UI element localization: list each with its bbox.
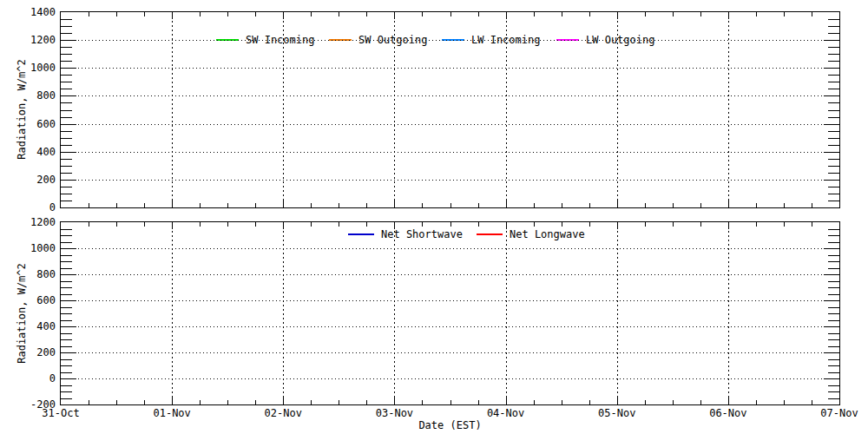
- x-tick-top: [478, 222, 479, 227]
- x-tick-bottom: [812, 400, 812, 404]
- h-gridline: [61, 300, 839, 301]
- x-tick-bottom: [366, 203, 367, 207]
- y-tick-right: [828, 320, 839, 321]
- y-tick-left: [61, 320, 72, 321]
- x-tick-top: [255, 222, 256, 227]
- x-tick-bottom: [116, 203, 117, 207]
- x-tick-top: [422, 222, 423, 227]
- y-tick-label: 200: [12, 175, 56, 185]
- y-tick-left: [61, 47, 72, 48]
- y-tick-label: 1200: [12, 218, 56, 227]
- x-tick-bottom: [534, 400, 535, 404]
- y-tick-right: [828, 313, 839, 314]
- x-tick-top: [311, 222, 312, 227]
- y-tick-right: [828, 365, 839, 366]
- legend-item-net-longwave: Net Longwave: [477, 229, 585, 240]
- x-tick-top: [394, 12, 395, 19]
- y-tick-right: [824, 300, 839, 301]
- x-tick-top: [283, 12, 284, 19]
- legend-label-net-shortwave: Net Shortwave: [381, 229, 463, 240]
- y-tick-right: [828, 131, 839, 132]
- y-tick-right: [828, 89, 839, 89]
- legend-line-net-longwave-icon: [477, 233, 503, 235]
- x-tick-bottom: [200, 203, 201, 207]
- x-tick-top: [506, 222, 507, 229]
- y-tick-right: [828, 54, 839, 55]
- y-tick-left: [61, 40, 76, 41]
- y-tick-right: [828, 173, 839, 174]
- h-gridline: [61, 124, 839, 125]
- x-tick-bottom: [756, 203, 757, 207]
- y-tick-left: [61, 326, 76, 327]
- x-tick-bottom: [812, 203, 812, 207]
- x-tick-label: 04-Nov: [479, 408, 533, 418]
- x-tick-top: [812, 12, 812, 16]
- x-tick-top: [200, 222, 201, 227]
- x-tick-bottom: [89, 203, 89, 207]
- v-gridline: [617, 12, 618, 207]
- x-tick-top: [366, 12, 367, 16]
- y-tick-left: [61, 117, 72, 118]
- y-tick-left: [61, 372, 72, 373]
- x-tick-label: 05-Nov: [590, 408, 644, 418]
- y-tick-right: [828, 201, 839, 201]
- y-tick-label: 600: [12, 296, 56, 306]
- y-tick-right: [828, 187, 839, 187]
- y-tick-left: [61, 391, 72, 392]
- h-gridline: [61, 68, 839, 69]
- y-tick-left: [61, 95, 76, 96]
- x-tick-bottom: [450, 400, 451, 404]
- x-tick-bottom: [673, 203, 674, 207]
- y-tick-right: [828, 242, 839, 243]
- x-tick-top: [450, 222, 451, 227]
- x-tick-bottom: [366, 400, 367, 404]
- x-tick-bottom: [617, 201, 618, 207]
- x-tick-top: [673, 222, 674, 227]
- x-tick-top: [89, 222, 89, 227]
- x-tick-bottom: [645, 203, 646, 207]
- x-tick-top: [506, 12, 507, 19]
- y-tick-left: [61, 110, 72, 111]
- x-tick-bottom: [311, 203, 312, 207]
- y-tick-left: [61, 300, 76, 301]
- x-tick-top: [450, 12, 451, 16]
- y-tick-left: [61, 145, 72, 146]
- x-tick-top: [700, 12, 701, 16]
- x-tick-top: [812, 222, 812, 227]
- y-tick-left: [61, 61, 72, 62]
- x-tick-top: [227, 222, 228, 227]
- y-tick-left: [61, 131, 72, 132]
- x-tick-bottom: [394, 398, 395, 404]
- y-tick-left: [61, 333, 72, 334]
- x-tick-top: [89, 12, 89, 16]
- x-tick-top: [534, 222, 535, 227]
- x-tick-bottom: [534, 203, 535, 207]
- y-tick-right: [828, 117, 839, 118]
- y-tick-right: [828, 61, 839, 62]
- x-tick-top: [700, 222, 701, 227]
- y-tick-left: [61, 242, 72, 243]
- h-gridline: [61, 152, 839, 153]
- x-tick-bottom: [562, 400, 562, 404]
- x-tick-bottom: [617, 398, 618, 404]
- y-tick-left: [61, 248, 76, 249]
- y-tick-left: [61, 385, 72, 386]
- y-tick-label: 0: [12, 203, 56, 213]
- x-tick-bottom: [116, 400, 117, 404]
- x-tick-top: [645, 12, 646, 16]
- h-gridline: [61, 352, 839, 353]
- y-tick-left: [61, 307, 72, 308]
- x-tick-bottom: [784, 203, 785, 207]
- x-tick-bottom: [562, 203, 562, 207]
- v-gridline: [172, 12, 173, 207]
- y-tick-right: [828, 281, 839, 282]
- x-tick-bottom: [478, 203, 479, 207]
- x-tick-bottom: [339, 203, 339, 207]
- y-tick-label: 1200: [12, 36, 56, 45]
- v-gridline: [283, 222, 284, 404]
- x-tick-bottom: [394, 201, 395, 207]
- y-tick-right: [828, 287, 839, 288]
- y-tick-right: [828, 372, 839, 373]
- y-tick-right: [828, 75, 839, 76]
- y-tick-right: [828, 346, 839, 347]
